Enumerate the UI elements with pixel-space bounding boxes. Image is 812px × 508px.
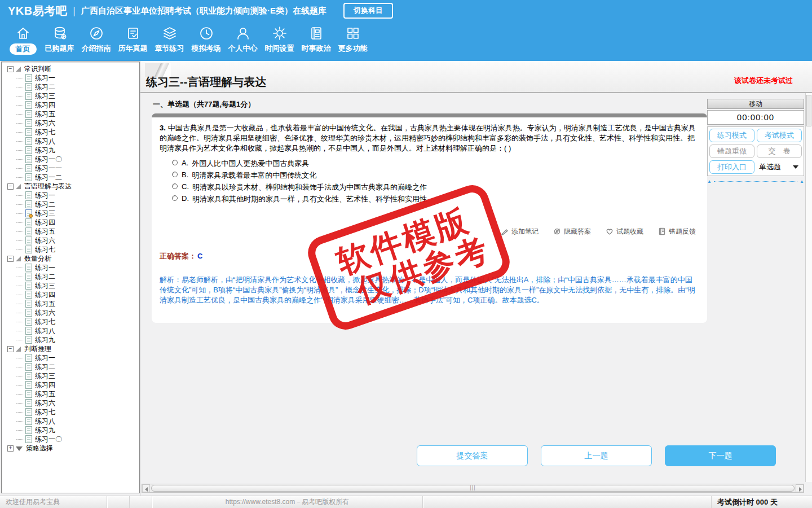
exercise-doc-icon bbox=[25, 119, 32, 127]
scroll-right-arrow[interactable] bbox=[796, 484, 804, 492]
right-panel-header[interactable]: 移动 bbox=[707, 99, 804, 109]
tree-connector bbox=[16, 286, 24, 286]
horizontal-scrollbar[interactable] bbox=[142, 484, 804, 493]
tree-item-常识判断-练习八[interactable]: 练习八 bbox=[4, 137, 139, 146]
tree-item-判断推理-练习一[interactable]: 练习一 bbox=[4, 353, 139, 362]
collapse-icon[interactable]: − bbox=[7, 346, 14, 352]
tree-item-数量分析-练习四[interactable]: 练习四 bbox=[4, 290, 139, 299]
tree-item-判断推理-练习五[interactable]: 练习五 bbox=[4, 389, 139, 398]
exercise-doc-icon bbox=[25, 74, 32, 82]
tree-item-判断推理-练习四[interactable]: 练习四 bbox=[4, 380, 139, 389]
tree-item-数量分析-练习五[interactable]: 练习五 bbox=[4, 299, 139, 308]
tree-item-言语理解与表达-练习二[interactable]: 练习二 bbox=[4, 200, 139, 209]
tree-item-判断推理-练习九[interactable]: 练习九 bbox=[4, 426, 139, 435]
option-A[interactable]: A.外国人比中国人更热爱中国古典家具 bbox=[172, 159, 699, 169]
footer-button-提交答案[interactable]: 提交答案 bbox=[417, 445, 528, 466]
scroll-left-arrow[interactable] bbox=[142, 484, 150, 492]
tree-item-数量分析-练习八[interactable]: 练习八 bbox=[4, 326, 139, 335]
question-pager[interactable]: ▲ ▲ bbox=[707, 179, 804, 184]
statusbar-cell bbox=[130, 496, 152, 508]
tree-item-言语理解与表达-练习六[interactable]: 练习六 bbox=[4, 236, 139, 245]
pager-up-icon[interactable]: ▲ bbox=[707, 179, 712, 184]
radio-button[interactable] bbox=[172, 195, 178, 201]
scrollbar-thumb[interactable] bbox=[151, 485, 795, 492]
vertical-scrollbar[interactable] bbox=[805, 93, 812, 482]
expand-icon[interactable]: + bbox=[7, 445, 14, 452]
rp-button-打印入口[interactable]: 打印入口 bbox=[709, 160, 754, 174]
nav-item-章节练习[interactable]: 章节练习 bbox=[151, 21, 188, 54]
radio-button[interactable] bbox=[172, 160, 178, 165]
tool-隐藏答案[interactable]: 隐藏答案 bbox=[553, 227, 591, 237]
rp-button-考试模式[interactable]: 考试模式 bbox=[757, 129, 802, 142]
collapse-icon[interactable]: − bbox=[7, 66, 14, 72]
tree-item-判断推理-练习八[interactable]: 练习八 bbox=[4, 417, 139, 426]
tree-item-判断推理-练习一〇[interactable]: 练习一〇 bbox=[4, 435, 139, 444]
tree-item-判断推理-练习三[interactable]: 练习三 bbox=[4, 371, 139, 380]
tree-item-常识判断-练习四[interactable]: 练习四 bbox=[4, 100, 139, 110]
vertical-scrollbar-thumb[interactable] bbox=[806, 95, 811, 126]
nav-item-历年真题[interactable]: 历年真题 bbox=[114, 21, 151, 54]
tree-item-言语理解与表达-练习七[interactable]: 练习七 bbox=[4, 245, 139, 254]
tree-item-言语理解与表达-练习五[interactable]: 练习五 bbox=[4, 227, 139, 236]
tree-item-常识判断-练习三[interactable]: 练习三 bbox=[4, 91, 139, 100]
pager-up-icon[interactable]: ▲ bbox=[800, 179, 804, 184]
tree-item-判断推理-练习七[interactable]: 练习七 bbox=[4, 408, 139, 417]
tree-section-策略选择[interactable]: +策略选择 bbox=[4, 444, 139, 453]
nav-item-首页[interactable]: 首页 bbox=[5, 21, 41, 55]
nav-item-label: 介绍指南 bbox=[82, 43, 111, 54]
option-D[interactable]: D.明清家具和其他时期的家具一样，具有文化性、艺术性、科学性和实用性 bbox=[172, 194, 699, 204]
tool-试题收藏[interactable]: 试题收藏 bbox=[606, 227, 643, 237]
tree-item-判断推理-练习六[interactable]: 练习六 bbox=[4, 398, 139, 408]
tree-item-label: 练习一 bbox=[35, 73, 55, 83]
tree-item-常识判断-练习九[interactable]: 练习九 bbox=[4, 146, 139, 155]
switch-subject-button[interactable]: 切换科目 bbox=[343, 3, 393, 19]
nav-item-label: 个人中心 bbox=[228, 43, 258, 54]
tree-item-常识判断-练习一〇[interactable]: 练习一〇 bbox=[4, 155, 139, 164]
footer-button-上一题[interactable]: 上一题 bbox=[541, 445, 652, 466]
rp-button-错题重做[interactable]: 错题重做 bbox=[709, 144, 754, 158]
nav-item-时事政治[interactable]: 时事政治 bbox=[298, 21, 334, 54]
tree-item-数量分析-练习九[interactable]: 练习九 bbox=[4, 335, 139, 344]
tree-section-常识判断[interactable]: −常识判断 bbox=[4, 64, 139, 73]
nav-item-模拟考场[interactable]: 模拟考场 bbox=[188, 21, 224, 54]
tree-section-判断推理[interactable]: −判断推理 bbox=[4, 344, 139, 353]
tree-item-常识判断-练习六[interactable]: 练习六 bbox=[4, 119, 139, 128]
tree-item-数量分析-练习三[interactable]: 练习三 bbox=[4, 281, 139, 290]
tree-item-言语理解与表达-练习四[interactable]: 练习四 bbox=[4, 218, 139, 227]
radio-button[interactable] bbox=[172, 183, 178, 189]
tree-section-数量分析[interactable]: −数量分析 bbox=[4, 254, 139, 263]
nav-item-时间设置[interactable]: 时间设置 bbox=[261, 21, 298, 54]
tree-item-常识判断-练习二[interactable]: 练习二 bbox=[4, 82, 139, 91]
collapse-icon[interactable]: − bbox=[7, 183, 14, 190]
radio-button[interactable] bbox=[172, 172, 178, 177]
tool-添加笔记[interactable]: 添加笔记 bbox=[501, 227, 539, 237]
exercise-doc-icon bbox=[25, 246, 32, 253]
tree-item-数量分析-练习一[interactable]: 练习一 bbox=[4, 263, 139, 272]
tree-item-常识判断-练习一二[interactable]: 练习一二 bbox=[4, 173, 139, 182]
nav-item-已购题库[interactable]: 已购题库 bbox=[41, 21, 78, 54]
tree-section-言语理解与表达[interactable]: −言语理解与表达 bbox=[4, 182, 139, 191]
question-type-dropdown[interactable]: 单选题 bbox=[757, 160, 802, 174]
tree-item-数量分析-练习六[interactable]: 练习六 bbox=[4, 308, 139, 317]
tree-item-数量分析-练习七[interactable]: 练习七 bbox=[4, 317, 139, 326]
collapse-icon[interactable]: − bbox=[7, 256, 14, 262]
footer-button-下一题[interactable]: 下一题 bbox=[665, 445, 776, 466]
tree-item-言语理解与表达-练习一[interactable]: 练习一 bbox=[4, 191, 139, 200]
layers-icon bbox=[162, 25, 178, 41]
tool-错题反馈[interactable]: 错题反馈 bbox=[658, 227, 696, 237]
tree-item-常识判断-练习一[interactable]: 练习一 bbox=[4, 73, 139, 82]
option-B[interactable]: B.明清家具承载着最丰富的中国传统文化 bbox=[172, 170, 699, 181]
tree-item-常识判断-练习七[interactable]: 练习七 bbox=[4, 128, 139, 137]
nav-item-个人中心[interactable]: 个人中心 bbox=[224, 21, 261, 54]
tree-item-常识判断-练习一一[interactable]: 练习一一 bbox=[4, 164, 139, 173]
nav-item-介绍指南[interactable]: 介绍指南 bbox=[78, 21, 114, 54]
nav-item-更多功能[interactable]: 更多功能 bbox=[334, 21, 371, 54]
tree-item-数量分析-练习二[interactable]: 练习二 bbox=[4, 272, 139, 281]
tree-item-判断推理-练习二[interactable]: 练习二 bbox=[4, 362, 139, 371]
tree-item-言语理解与表达-练习三[interactable]: 练习三 bbox=[4, 209, 139, 218]
rp-button-练习模式[interactable]: 练习模式 bbox=[709, 129, 754, 142]
option-C[interactable]: C.明清家具以珍贵木材、榫卯结构和装饰手法成为中国古典家具的巅峰之作 bbox=[172, 182, 699, 192]
exercise-doc-icon bbox=[25, 264, 32, 271]
rp-button-交 卷[interactable]: 交 卷 bbox=[757, 144, 802, 158]
tree-item-常识判断-练习五[interactable]: 练习五 bbox=[4, 110, 139, 119]
